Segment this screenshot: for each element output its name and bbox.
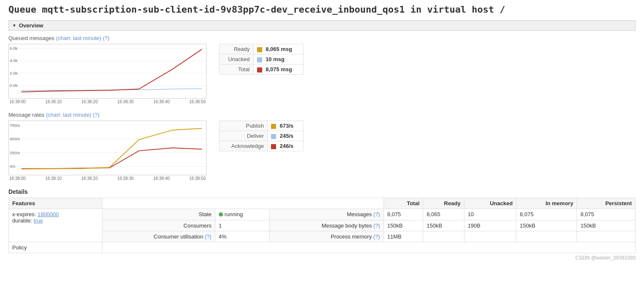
running-badge: running: [219, 211, 243, 217]
queued-stat-label-total: Total: [220, 64, 254, 75]
message-rates-subsection: Message rates (chart: last minute) (?) 7…: [8, 112, 636, 181]
rates-stat-label-publish: Publish: [220, 121, 268, 131]
queued-stat-value-total: 8,075 msg: [253, 64, 303, 75]
svg-text:0/s: 0/s: [10, 164, 15, 169]
message-rates-chart-row: 750/s 500/s 250/s 0/s 16:38:00 16:38:10 …: [8, 121, 636, 181]
rates-chart-svg: 750/s 500/s 250/s 0/s: [9, 121, 206, 175]
th-in-memory: In memory: [516, 198, 577, 209]
title-prefix: Queue: [8, 4, 42, 15]
rates-stat-row-publish: Publish 673/s: [220, 121, 303, 131]
state-value-cell: running: [215, 209, 269, 220]
consumers-value-cell: 1: [215, 220, 269, 231]
durable-line: durable: true: [12, 217, 99, 224]
rates-stat-label-acknowledge: Acknowledge: [220, 141, 268, 151]
rates-stat-value-publish: 673/s: [268, 121, 303, 131]
th-middle: [102, 198, 384, 209]
svg-text:2.0k: 2.0k: [10, 71, 18, 75]
watermark: CSDN @weixin_39393393: [8, 255, 636, 261]
queued-chart-wrapper: 6.0k 4.0k 2.0k 0.0k 16:38:00 16:38:10 16…: [8, 44, 207, 104]
overview-section-header[interactable]: ▼ Overview: [8, 20, 636, 31]
th-unacked: Unacked: [464, 198, 516, 209]
th-persistent: Persistent: [577, 198, 636, 209]
policy-label-cell: Policy: [9, 242, 102, 253]
queued-stat-row-ready: Ready 8,065 msg: [220, 44, 303, 54]
queued-messages-chart: 6.0k 4.0k 2.0k 0.0k: [8, 44, 207, 99]
policy-value-cell: [102, 242, 635, 253]
process-memory-unacked: [464, 231, 516, 242]
details-row-3: Consumer utilisation (?) 4% Process memo…: [9, 231, 636, 242]
messages-total: 8,075: [384, 209, 423, 220]
messages-persistent: 8,075: [577, 209, 636, 220]
message-rates-stats: Publish 673/s Deliver 245/s Acknowledge …: [219, 121, 303, 151]
total-color-dot: [257, 67, 262, 72]
queued-messages-subsection: Queued messages (chart: last minute) (?)…: [8, 35, 636, 104]
svg-text:6.0k: 6.0k: [10, 46, 18, 51]
details-row-policy: Policy: [9, 242, 636, 253]
queued-stat-value-ready: 8,065 msg: [253, 44, 303, 54]
queued-messages-chart-row: 6.0k 4.0k 2.0k 0.0k 16:38:00 16:38:10 16…: [8, 44, 636, 104]
page-title: Queue mqtt-subscription-sub-client-id-9v…: [8, 4, 636, 15]
running-dot: [219, 212, 223, 217]
rates-stat-row-deliver: Deliver 245/s: [220, 131, 303, 141]
message-rates-chart: 750/s 500/s 250/s 0/s: [8, 121, 207, 175]
publish-color-dot: [271, 124, 276, 129]
ready-color-dot: [257, 47, 262, 52]
rates-stat-label-deliver: Deliver: [220, 131, 268, 141]
th-total: Total: [384, 198, 423, 209]
queued-messages-stats: Ready 8,065 msg Unacked 10 msg Total 8,0…: [219, 44, 303, 75]
x-expires-line: x-expires: 1800000: [12, 211, 99, 217]
running-text: running: [225, 211, 243, 217]
msg-body-bytes-ready: 150kB: [423, 220, 464, 231]
acknowledge-color-dot: [271, 144, 276, 149]
queued-stat-row-total: Total 8,075 msg: [220, 64, 303, 75]
details-table-header-row: Features Total Ready Unacked In memory P…: [9, 198, 636, 209]
rates-stat-row-acknowledge: Acknowledge 246/s: [220, 141, 303, 151]
unacked-color-dot: [257, 57, 262, 62]
messages-label-cell: Messages (?): [270, 209, 384, 220]
process-memory-total: 11MB: [384, 231, 423, 242]
state-label-cell: State: [102, 209, 215, 220]
svg-text:750/s: 750/s: [10, 123, 20, 128]
consumer-utilisation-label-cell: Consumer utilisation (?): [102, 231, 215, 242]
rates-stat-value-acknowledge: 246/s: [268, 141, 303, 151]
messages-unacked: 10: [464, 209, 516, 220]
msg-body-bytes-label-cell: Message body bytes (?): [270, 220, 384, 231]
queued-stat-value-unacked: 10 msg: [253, 54, 303, 64]
svg-text:0.0k: 0.0k: [10, 83, 18, 88]
queued-chart-note-link[interactable]: (chart: last minute): [56, 35, 102, 41]
queued-chart-xaxis: 16:38:00 16:38:10 16:38:20 16:38:30 16:3…: [8, 99, 207, 104]
overview-section-label: Overview: [19, 22, 43, 29]
durable-link[interactable]: true: [34, 217, 43, 224]
overview-collapse-arrow: ▼: [12, 23, 16, 28]
svg-text:4.0k: 4.0k: [10, 58, 18, 63]
messages-ready: 8,065: [423, 209, 464, 220]
features-cell: x-expires: 1800000 durable: true: [9, 209, 102, 242]
svg-text:500/s: 500/s: [10, 137, 20, 141]
details-section-label: Details: [8, 188, 636, 195]
queued-messages-label: Queued messages (chart: last minute) (?): [8, 35, 636, 41]
th-ready: Ready: [423, 198, 464, 209]
consumers-label-cell: Consumers: [102, 220, 215, 231]
queued-chart-svg: 6.0k 4.0k 2.0k 0.0k: [9, 44, 206, 98]
msg-body-bytes-in-memory: 150kB: [516, 220, 577, 231]
msg-body-bytes-total: 150kB: [384, 220, 423, 231]
rates-chart-xaxis: 16:38:00 16:38:10 16:38:20 16:38:30 16:3…: [8, 176, 207, 181]
msg-body-bytes-unacked: 190B: [464, 220, 516, 231]
messages-in-memory: 8,075: [516, 209, 577, 220]
details-row-2: Consumers 1 Message body bytes (?) 150kB…: [9, 220, 636, 231]
process-memory-ready: [423, 231, 464, 242]
rates-chart-note-link[interactable]: (chart: last minute): [46, 112, 91, 118]
queued-stat-label-unacked: Unacked: [220, 54, 254, 64]
th-features: Features: [9, 198, 102, 209]
details-row-1: x-expires: 1800000 durable: true State r…: [9, 209, 636, 220]
deliver-color-dot: [271, 134, 276, 139]
message-rates-label: Message rates (chart: last minute) (?): [8, 112, 636, 118]
queued-stat-label-ready: Ready: [220, 44, 254, 54]
x-expires-link[interactable]: 1800000: [38, 211, 59, 217]
details-table: Features Total Ready Unacked In memory P…: [8, 198, 636, 253]
process-memory-label-cell: Process memory (?): [270, 231, 384, 242]
title-suffix: in virtual host /: [405, 4, 505, 15]
process-memory-in-memory: [516, 231, 577, 242]
process-memory-persistent: [577, 231, 636, 242]
svg-text:250/s: 250/s: [10, 150, 20, 155]
